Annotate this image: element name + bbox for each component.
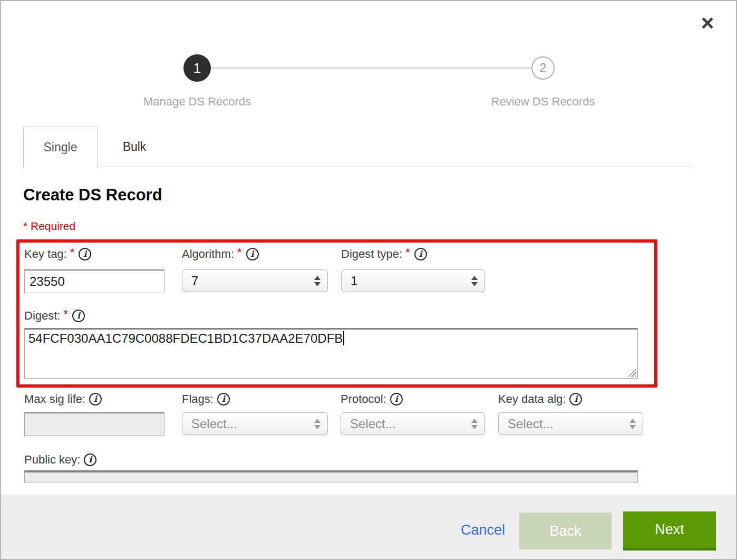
resize-grip-icon[interactable]	[627, 368, 636, 377]
tab-single[interactable]: Single	[23, 127, 98, 168]
key-data-alg-select[interactable]: Select...	[498, 412, 643, 435]
digest-type-select[interactable]: 1	[341, 269, 485, 292]
required-asterisk: *	[63, 307, 68, 321]
flags-label-text: Flags:	[182, 392, 214, 406]
info-icon-glyph: i	[419, 250, 422, 258]
required-asterisk: *	[237, 246, 242, 259]
algorithm-select[interactable]: 7	[182, 269, 328, 292]
protocol-label: Protocol: i	[341, 392, 403, 406]
max-sig-life-label-text: Max sig life:	[24, 392, 85, 406]
info-icon-glyph: i	[94, 395, 97, 403]
public-key-label-text: Public key:	[24, 453, 80, 467]
algorithm-label-text: Algorithm:	[182, 247, 234, 261]
info-icon[interactable]: i	[569, 393, 582, 405]
info-icon[interactable]: i	[89, 393, 102, 405]
digest-type-label: Digest type: * i	[341, 247, 427, 261]
flags-select[interactable]: Select...	[182, 412, 328, 435]
protocol-select[interactable]: Select...	[341, 412, 485, 435]
algorithm-select-value: 7	[191, 274, 198, 288]
required-asterisk: *	[405, 246, 410, 259]
public-key-textarea[interactable]	[24, 470, 638, 482]
public-key-label: Public key: i	[24, 453, 96, 467]
stepper-connector-line	[211, 67, 531, 69]
key-tag-input[interactable]	[24, 269, 164, 293]
tab-bulk[interactable]: Bulk	[98, 127, 171, 167]
back-button[interactable]: Back	[519, 513, 612, 549]
algorithm-label: Algorithm: * i	[182, 247, 259, 261]
info-icon-glyph: i	[89, 456, 92, 464]
flags-label: Flags: i	[182, 392, 230, 406]
info-icon-glyph: i	[222, 395, 225, 403]
key-tag-label-text: Key tag:	[24, 247, 67, 261]
flags-select-placeholder: Select...	[191, 417, 237, 431]
protocol-label-text: Protocol:	[341, 392, 386, 406]
create-ds-record-modal: × 1 2 Manage DS Records Review DS Record…	[0, 0, 737, 560]
digest-label: Digest: * i	[24, 309, 85, 323]
required-asterisk: *	[70, 246, 75, 259]
close-icon[interactable]: ×	[696, 11, 719, 36]
max-sig-life-label: Max sig life: i	[24, 392, 102, 406]
max-sig-life-input[interactable]	[24, 412, 164, 436]
step-1-label: Manage DS Records	[118, 95, 276, 109]
required-note: * Required	[23, 220, 75, 233]
digest-type-label-text: Digest type:	[341, 247, 402, 261]
select-arrows-icon	[314, 276, 321, 286]
info-icon[interactable]: i	[84, 453, 96, 466]
info-icon[interactable]: i	[246, 248, 259, 260]
next-button[interactable]: Next	[623, 511, 716, 551]
info-icon-glyph: i	[77, 312, 80, 320]
info-icon[interactable]: i	[79, 248, 91, 260]
key-data-alg-label: Key data alg: i	[498, 392, 582, 406]
protocol-select-placeholder: Select...	[350, 417, 396, 431]
digest-textarea[interactable]: 54FCF030AA1C79C0088FDEC1BD1C37DAA2E70DFB	[24, 328, 638, 379]
info-icon-glyph: i	[83, 250, 86, 258]
info-icon-glyph: i	[574, 395, 577, 403]
text-cursor	[343, 331, 344, 345]
select-arrows-icon	[314, 419, 321, 429]
cancel-button[interactable]: Cancel	[461, 522, 505, 538]
page-title: Create DS Record	[23, 186, 162, 205]
info-icon[interactable]: i	[414, 248, 427, 260]
info-icon[interactable]: i	[217, 393, 230, 405]
step-2-label: Review DS Records	[464, 95, 622, 109]
info-icon-glyph: i	[395, 395, 398, 403]
step-2-circle: 2	[531, 56, 555, 80]
digest-type-select-value: 1	[351, 274, 357, 288]
digest-value: 54FCF030AA1C79C0088FDEC1BD1C37DAA2E70DFB	[28, 331, 343, 345]
key-tag-label: Key tag: * i	[24, 247, 91, 261]
info-icon-glyph: i	[251, 250, 254, 258]
select-arrows-icon	[629, 419, 636, 429]
digest-label-text: Digest:	[24, 309, 60, 323]
key-data-alg-select-placeholder: Select...	[508, 417, 554, 431]
step-1-circle: 1	[183, 54, 211, 82]
select-arrows-icon	[471, 419, 478, 429]
info-icon[interactable]: i	[390, 393, 403, 405]
info-icon[interactable]: i	[72, 310, 85, 322]
key-data-alg-label-text: Key data alg:	[498, 392, 566, 406]
select-arrows-icon	[471, 276, 478, 286]
